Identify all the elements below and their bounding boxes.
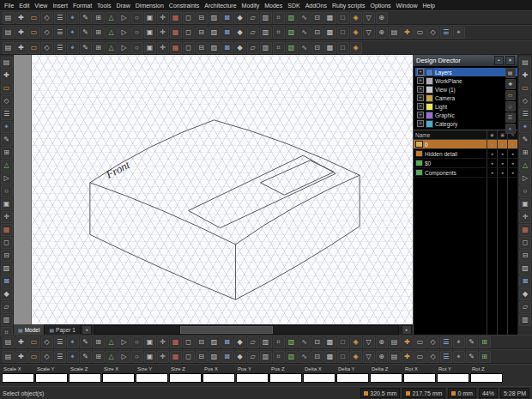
toolbar-icon[interactable]: ◆ [234, 336, 246, 348]
toolbar-icon[interactable]: ▽ [363, 27, 375, 39]
toolbar-icon[interactable]: ◇ [505, 101, 516, 112]
toolbar-icon[interactable]: ▭ [28, 351, 40, 363]
toolbar-icon[interactable]: ⌖ [453, 27, 465, 39]
toolbar-icon[interactable]: ◆ [519, 288, 531, 300]
toolbar-icon[interactable]: ▤ [3, 351, 15, 363]
toolbar-icon[interactable]: ▷ [118, 12, 130, 24]
toolbar-icon[interactable]: ▭ [28, 12, 40, 24]
layer-row-hidden-detail[interactable]: Hidden detail●●● [414, 149, 517, 159]
inspector-field-input[interactable] [169, 373, 202, 383]
toolbar-icon[interactable]: ⊕ [376, 27, 388, 39]
toolbar-icon[interactable]: ⊠ [221, 42, 233, 54]
toolbar-icon[interactable]: ⌖ [67, 351, 79, 363]
toolbar-icon[interactable]: ▥ [260, 27, 272, 39]
coordinate-box-1[interactable]: 217.75 mm [402, 388, 445, 398]
toolbar-icon[interactable]: ⊡ [311, 12, 323, 24]
toolbar-icon[interactable]: ▷ [519, 172, 531, 184]
menu-tools[interactable]: Tools [94, 3, 113, 9]
toolbar-icon[interactable]: ▣ [1, 198, 13, 210]
panel-close-icon[interactable]: ✕ [505, 56, 515, 65]
toolbar-icon[interactable]: ◇ [1, 95, 13, 107]
toolbar-icon[interactable]: ☰ [1, 108, 13, 120]
horizontal-scrollbar[interactable] [94, 325, 399, 335]
toolbar-icon[interactable]: ⊡ [311, 351, 323, 363]
toolbar-icon[interactable]: ▭ [505, 90, 516, 100]
toolbar-icon[interactable]: ▣ [144, 27, 156, 39]
toolbar-icon[interactable]: ✚ [15, 336, 27, 348]
toolbar-icon[interactable]: ▣ [144, 351, 156, 363]
toolbar-icon[interactable]: ⌗ [273, 27, 285, 39]
toolbar-icon[interactable]: □ [337, 336, 349, 348]
toolbar-icon[interactable]: ◻ [183, 42, 195, 54]
toolbar-icon[interactable]: ⊡ [311, 27, 323, 39]
inspector-field-input[interactable] [269, 373, 302, 383]
toolbar-icon[interactable]: ◆ [234, 12, 246, 24]
toolbar-icon[interactable]: ⊕ [376, 336, 388, 348]
toolbar-icon[interactable]: ▽ [363, 336, 375, 348]
toolbar-icon[interactable]: ▩ [324, 27, 336, 39]
menu-modify[interactable]: Modify [239, 3, 263, 9]
inspector-field-input[interactable] [336, 373, 369, 383]
layer-toggle-cell[interactable]: ● [507, 159, 517, 167]
toolbar-icon[interactable]: ☰ [54, 12, 66, 24]
toolbar-icon[interactable]: ⊟ [519, 250, 531, 262]
toolbar-icon[interactable]: ✛ [157, 336, 169, 348]
toolbar-icon[interactable]: ▧ [286, 42, 298, 54]
toolbar-icon[interactable]: ▷ [118, 336, 130, 348]
toolbar-icon[interactable]: △ [106, 12, 118, 24]
toolbar-icon[interactable]: ◈ [350, 351, 362, 363]
toolbar-icon[interactable]: ⌖ [505, 124, 516, 134]
toolbar-icon[interactable]: ▧ [286, 351, 298, 363]
toolbar-icon[interactable]: ◇ [427, 336, 439, 348]
toolbar-icon[interactable]: ◻ [183, 351, 195, 363]
toolbar-icon[interactable]: ⊠ [221, 351, 233, 363]
inspector-field-input[interactable] [403, 373, 436, 383]
toolbar-icon[interactable]: ▧ [286, 27, 298, 39]
toolbar-icon[interactable]: ⊞ [519, 147, 531, 159]
toolbar-icon[interactable]: ▣ [519, 198, 531, 210]
toolbar-icon[interactable]: ⊠ [519, 275, 531, 287]
toolbar-icon[interactable]: ⊞ [479, 351, 491, 363]
scroll-left-button[interactable]: ◂ [82, 325, 92, 335]
toolbar-icon[interactable]: ◇ [41, 336, 53, 348]
toolbar-icon[interactable]: ○ [131, 27, 143, 39]
layer-toggle-cell[interactable]: ● [507, 149, 517, 158]
visibility-column-icon[interactable]: ◉ [487, 130, 497, 139]
toolbar-icon[interactable]: ▱ [1, 301, 13, 313]
menu-insert[interactable]: Insert [50, 3, 70, 9]
toolbar-icon[interactable]: ▧ [286, 336, 298, 348]
toolbar-icon[interactable]: ✚ [15, 42, 27, 54]
layer-toggle-cell[interactable]: ● [507, 168, 517, 177]
toolbar-icon[interactable]: ☰ [440, 351, 452, 363]
toolbar-icon[interactable]: □ [337, 12, 349, 24]
expander-icon[interactable]: + [417, 94, 424, 101]
toolbar-icon[interactable]: ◇ [519, 95, 531, 107]
scroll-right-button[interactable]: ▸ [402, 325, 412, 335]
toolbar-icon[interactable]: ▤ [505, 68, 516, 78]
inspector-field-input[interactable] [35, 373, 68, 383]
toolbar-icon[interactable]: ✎ [80, 27, 92, 39]
toolbar-icon[interactable]: △ [106, 27, 118, 39]
toolbar-icon[interactable]: ⊡ [311, 42, 323, 54]
zoom-level[interactable]: 44% [479, 388, 498, 398]
toolbar-icon[interactable]: ▱ [247, 42, 259, 54]
toolbar-icon[interactable]: ✚ [15, 27, 27, 39]
toolbar-icon[interactable]: ▱ [247, 336, 259, 348]
toolbar-icon[interactable]: ▦ [170, 351, 182, 363]
tree-item-graphic[interactable]: +Graphic [415, 111, 517, 119]
toolbar-icon[interactable]: ▨ [209, 351, 221, 363]
toolbar-icon[interactable]: ✚ [15, 12, 27, 24]
toolbar-icon[interactable]: ▣ [144, 12, 156, 24]
toolbar-icon[interactable]: ∿ [299, 42, 311, 54]
layer-row-0[interactable]: 0●●● [414, 140, 517, 149]
layer-toggle-cell[interactable]: ● [497, 159, 507, 167]
toolbar-icon[interactable]: ✎ [1, 134, 13, 146]
toolbar-icon[interactable]: ▤ [389, 336, 401, 348]
layer-row--0[interactable]: $0●●● [414, 159, 517, 168]
toolbar-icon[interactable]: ▤ [3, 27, 15, 39]
tree-item-light[interactable]: +Light [415, 102, 517, 111]
toolbar-icon[interactable]: ◻ [519, 237, 531, 249]
toolbar-icon[interactable]: ◈ [350, 42, 362, 54]
toolbar-icon[interactable]: △ [1, 160, 13, 172]
toolbar-icon[interactable]: ▱ [247, 351, 259, 363]
